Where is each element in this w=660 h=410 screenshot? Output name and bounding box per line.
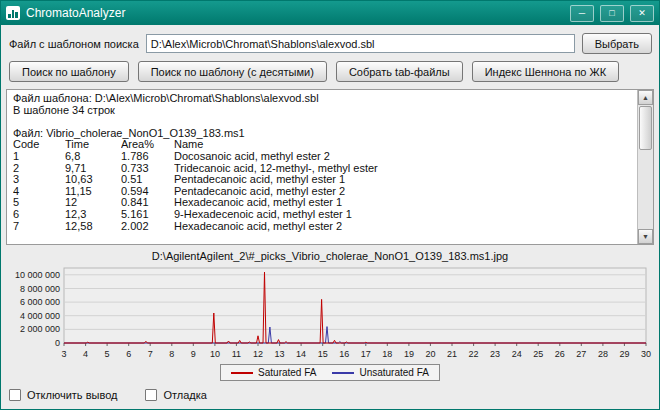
table-header-row: Code Time Area% Name [13, 139, 637, 151]
window-title: ChromatoAnalyzer [26, 6, 564, 20]
cell-area: 0.594 [121, 186, 174, 198]
scroll-up-icon[interactable]: ▲ [638, 90, 653, 105]
cell-code: 3 [13, 174, 65, 186]
shannon-index-button[interactable]: Индекс Шеннона по ЖК [472, 61, 619, 82]
cell-name: Docosanoic acid, methyl ester 2 [174, 151, 637, 163]
cell-time: 12,3 [65, 209, 121, 221]
browse-button[interactable]: Выбрать [582, 33, 652, 54]
checkbox-icon[interactable] [9, 389, 21, 401]
svg-text:18: 18 [382, 349, 392, 359]
cell-code: 2 [13, 163, 65, 175]
svg-text:8: 8 [169, 349, 174, 359]
cell-name: Tridecanoic acid, 12-methyl-, methyl est… [174, 163, 637, 175]
cell-time: 9,71 [65, 163, 121, 175]
unsaturated-line-swatch [332, 372, 354, 374]
svg-text:14: 14 [296, 349, 306, 359]
cell-name: Hexadecanoic acid, methyl ester 2 [174, 221, 637, 233]
scrollbar-thumb[interactable] [639, 106, 652, 150]
cell-code: 5 [13, 197, 65, 209]
chart-title: D:\AgilentAgilent_2\#_picks_Vibrio_chole… [1, 250, 659, 262]
svg-text:4 000 000: 4 000 000 [20, 311, 60, 321]
legend-label: Saturated FA [258, 367, 316, 378]
template-file-row: Файл с шаблоном поиска Выбрать [9, 33, 652, 54]
output-text-area[interactable]: Файл шаблона: D:\Alex\Microb\Chromat\Sha… [7, 90, 637, 244]
legend-item-saturated: Saturated FA [231, 367, 316, 378]
checkbox-label: Отладка [163, 389, 206, 401]
output-line: Файл шаблона: D:\Alex\Microb\Chromat\Sha… [13, 93, 637, 105]
svg-text:27: 27 [576, 349, 586, 359]
svg-text:24: 24 [512, 349, 522, 359]
svg-text:12: 12 [253, 349, 263, 359]
app-window: ChromatoAnalyzer ─ □ ✕ Файл с шаблоном п… [0, 0, 660, 410]
svg-text:3: 3 [61, 349, 66, 359]
table-row: 4 11,15 0.594 Pentadecanoic acid, methyl… [13, 186, 637, 198]
cell-name: Hexadecanoic acid, methyl ester 1 [174, 197, 637, 209]
chart-panel: D:\AgilentAgilent_2\#_picks_Vibrio_chole… [1, 250, 659, 381]
svg-text:21: 21 [447, 349, 457, 359]
table-row: 3 10,63 0.51 Pentadecanoic acid, methyl … [13, 174, 637, 186]
svg-text:10 000 000: 10 000 000 [15, 270, 60, 280]
column-header: Code [13, 139, 65, 151]
svg-text:9: 9 [191, 349, 196, 359]
svg-text:4: 4 [83, 349, 88, 359]
minimize-button[interactable]: ─ [570, 5, 594, 22]
legend-item-unsaturated: Unsaturated FA [332, 367, 428, 378]
cell-code: 1 [13, 151, 65, 163]
table-row: 1 6,8 1.786 Docosanoic acid, methyl este… [13, 151, 637, 163]
search-by-template-button[interactable]: Поиск по шаблону [9, 61, 129, 82]
collect-tab-files-button[interactable]: Собрать tab-файлы [336, 61, 463, 82]
svg-text:16: 16 [339, 349, 349, 359]
svg-text:8 000 000: 8 000 000 [20, 284, 60, 294]
vertical-scrollbar[interactable]: ▲ ▼ [637, 90, 653, 244]
title-bar[interactable]: ChromatoAnalyzer ─ □ ✕ [1, 1, 659, 25]
cell-area: 0.733 [121, 163, 174, 175]
table-row: 7 12,58 2.002 Hexadecanoic acid, methyl … [13, 221, 637, 233]
output-panel: Файл шаблона: D:\Alex\Microb\Chromat\Sha… [6, 89, 654, 245]
cell-name: Pentadecanoic acid, methyl ester 2 [174, 186, 637, 198]
svg-text:17: 17 [361, 349, 371, 359]
saturated-line-swatch [231, 372, 253, 374]
close-button[interactable]: ✕ [630, 5, 654, 22]
svg-text:30: 30 [641, 349, 651, 359]
svg-text:25: 25 [533, 349, 543, 359]
disable-output-checkbox[interactable]: Отключить вывод [9, 389, 117, 401]
cell-area: 1.786 [121, 151, 174, 163]
svg-text:6: 6 [126, 349, 131, 359]
svg-text:11: 11 [232, 349, 241, 359]
search-by-template-tenths-button[interactable]: Поиск по шаблону (с десятыми) [138, 61, 327, 82]
maximize-button[interactable]: □ [600, 5, 624, 22]
table-row: 2 9,71 0.733 Tridecanoic acid, 12-methyl… [13, 163, 637, 175]
scroll-down-icon[interactable]: ▼ [638, 229, 653, 244]
svg-text:23: 23 [490, 349, 500, 359]
output-line: В шаблоне 34 строк [13, 105, 637, 117]
svg-text:7: 7 [148, 349, 153, 359]
checkbox-label: Отключить вывод [27, 389, 117, 401]
legend-label: Unsaturated FA [359, 367, 428, 378]
debug-checkbox[interactable]: Отладка [145, 389, 206, 401]
svg-text:15: 15 [318, 349, 328, 359]
svg-text:28: 28 [598, 349, 608, 359]
cell-time: 12,58 [65, 221, 121, 233]
template-path-label: Файл с шаблоном поиска [9, 38, 139, 50]
cell-area: 0.51 [121, 174, 174, 186]
svg-text:10: 10 [210, 349, 220, 359]
svg-text:13: 13 [275, 349, 285, 359]
template-path-input[interactable] [146, 34, 575, 53]
cell-area: 0.841 [121, 197, 174, 209]
column-header: Area% [121, 139, 174, 151]
output-line: Файл: Vibrio_cholerae_NonO1_O139_183.ms1 [13, 128, 637, 140]
checkbox-icon[interactable] [145, 389, 157, 401]
cell-name: Pentadecanoic acid, methyl ester 1 [174, 174, 637, 186]
chart-legend: Saturated FA Unsaturated FA [220, 364, 440, 381]
cell-time: 10,63 [65, 174, 121, 186]
svg-text:19: 19 [404, 349, 414, 359]
column-header: Time [65, 139, 121, 151]
svg-text:29: 29 [619, 349, 629, 359]
svg-text:6 000 000: 6 000 000 [20, 297, 60, 307]
cell-time: 12 [65, 197, 121, 209]
cell-time: 11,15 [65, 186, 121, 198]
svg-text:22: 22 [469, 349, 479, 359]
toolbar: Поиск по шаблону Поиск по шаблону (с дес… [9, 61, 651, 82]
cell-time: 6,8 [65, 151, 121, 163]
cell-code: 4 [13, 186, 65, 198]
